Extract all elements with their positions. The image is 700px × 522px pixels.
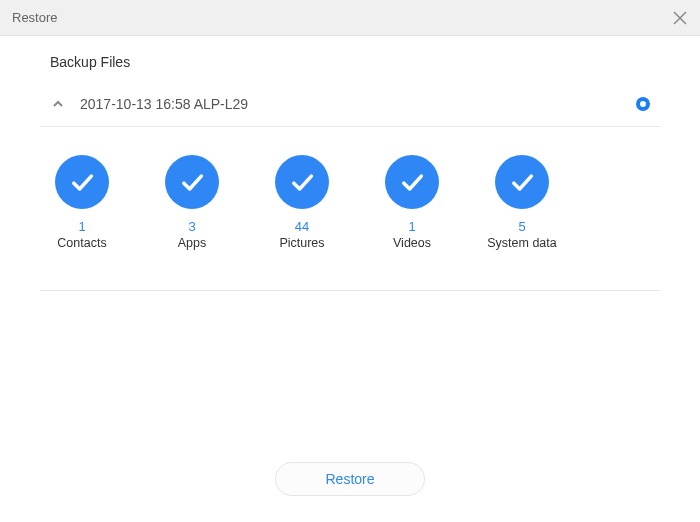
category-label: Apps xyxy=(178,236,207,250)
category-label: Contacts xyxy=(57,236,106,250)
window-title: Restore xyxy=(12,10,58,25)
category-pictures[interactable]: 44 Pictures xyxy=(270,155,334,250)
check-icon xyxy=(275,155,329,209)
category-label: System data xyxy=(487,236,556,250)
backup-row[interactable]: 2017-10-13 16:58 ALP-L29 xyxy=(40,82,660,127)
category-contacts[interactable]: 1 Contacts xyxy=(50,155,114,250)
check-icon xyxy=(385,155,439,209)
close-icon xyxy=(673,11,687,25)
category-apps[interactable]: 3 Apps xyxy=(160,155,224,250)
category-system-data[interactable]: 5 System data xyxy=(490,155,554,250)
category-count: 1 xyxy=(408,219,415,234)
backup-label: 2017-10-13 16:58 ALP-L29 xyxy=(80,96,636,112)
footer: Restore xyxy=(0,462,700,496)
category-count: 1 xyxy=(78,219,85,234)
chevron-up-icon xyxy=(50,96,66,112)
category-grid: 1 Contacts 3 Apps 44 Pictures 1 Videos 5… xyxy=(40,127,660,291)
check-icon xyxy=(55,155,109,209)
check-icon xyxy=(495,155,549,209)
category-videos[interactable]: 1 Videos xyxy=(380,155,444,250)
category-count: 44 xyxy=(295,219,309,234)
category-label: Videos xyxy=(393,236,431,250)
section-title: Backup Files xyxy=(40,36,660,82)
backup-selected-radio[interactable] xyxy=(636,97,650,111)
check-icon xyxy=(165,155,219,209)
titlebar: Restore xyxy=(0,0,700,36)
close-button[interactable] xyxy=(670,8,690,28)
category-count: 3 xyxy=(188,219,195,234)
category-label: Pictures xyxy=(279,236,324,250)
category-count: 5 xyxy=(518,219,525,234)
restore-button[interactable]: Restore xyxy=(275,462,425,496)
